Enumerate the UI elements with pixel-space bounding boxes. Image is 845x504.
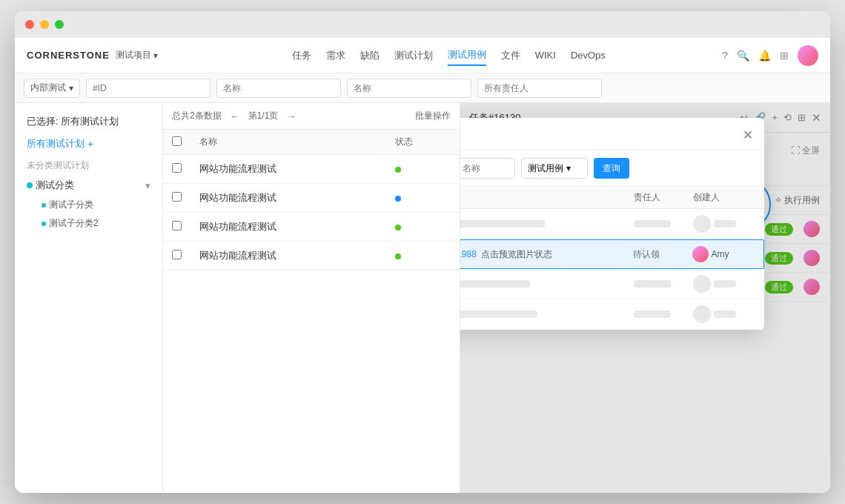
table-row[interactable]: 网站功能流程测试	[163, 213, 460, 242]
modal-overlay: 选择关联对象 ✕ 测试用例 ▾ 查询	[460, 103, 830, 493]
nav-wiki[interactable]: WIKI	[535, 47, 556, 64]
nav-test-plan[interactable]: 测试计划	[394, 46, 433, 65]
row-checkbox-3[interactable]	[172, 221, 182, 231]
nav-file[interactable]: 文件	[501, 46, 520, 65]
sidebar-category[interactable]: 测试分类 ▾	[21, 175, 156, 196]
nav-requirement[interactable]: 需求	[326, 46, 345, 65]
modal-type-select[interactable]: 测试用例 ▾	[521, 158, 588, 179]
row-name-4: 网站功能流程测试	[190, 242, 386, 271]
total-count: 总共2条数据	[172, 110, 222, 122]
modal-table-header: 名称 责任人 创建人	[460, 187, 764, 209]
sidebar-all-plans[interactable]: 所有测试计划 +	[21, 134, 156, 153]
modal-skeleton-row-4	[460, 299, 764, 330]
col-name: 名称	[190, 130, 386, 155]
status-dot-3	[395, 225, 401, 231]
help-icon[interactable]: ?	[722, 49, 728, 62]
modal-skeleton-row-1	[460, 209, 764, 239]
bulk-action-btn[interactable]: 批量操作	[415, 110, 451, 122]
table-toolbar: 总共2条数据 ← 第1/1页 → 批量操作	[163, 103, 460, 130]
page-info: 第1/1页	[248, 110, 279, 122]
row-checkbox-2[interactable]	[172, 192, 182, 202]
toolbar-actions: 批量操作	[415, 110, 451, 122]
nav-items: 任务 需求 缺陷 测试计划 测试用例 文件 WIKI DevOps	[176, 45, 722, 66]
modal-rows: 测试用例 #1988 点击预览图片状态 待认领 Amy	[460, 209, 764, 330]
modal-data-row[interactable]: 测试用例 #1988 点击预览图片状态 待认领 Amy	[460, 239, 764, 269]
modal-close-btn[interactable]: ✕	[743, 128, 752, 142]
table-area: 总共2条数据 ← 第1/1页 → 批量操作 名称 状态	[163, 103, 460, 493]
modal-dialog: 选择关联对象 ✕ 测试用例 ▾ 查询	[460, 118, 764, 330]
sub-dot-1	[42, 203, 46, 208]
modal-col-name: 名称	[460, 191, 634, 204]
modal-col-assignee: 责任人	[634, 191, 693, 204]
maximize-btn[interactable]	[55, 20, 64, 29]
table-row[interactable]: 网站功能流程测试	[163, 184, 460, 213]
right-panel: 任条#16130 ↩ 🔗 + ⟲ ⊞ ✕ 详	[460, 103, 830, 493]
type-filter[interactable]: 内部测试 ▾	[24, 79, 80, 98]
row-checkbox-4[interactable]	[172, 250, 182, 259]
search-icon[interactable]: 🔍	[737, 50, 749, 62]
modal-row-assignee: 待认领	[633, 248, 692, 261]
modal-skeleton-row-3	[460, 269, 764, 299]
sidebar-sub-2[interactable]: 测试子分类2	[21, 214, 156, 233]
modal-name-input[interactable]	[460, 158, 515, 179]
user-avatar[interactable]	[798, 45, 818, 66]
main-content: 已选择: 所有测试计划 所有测试计划 + 未分类测试计划 测试分类 ▾ 测试子分…	[15, 103, 830, 493]
category-dot	[27, 182, 33, 188]
app-body: CORNERSTONE 测试项目 ▾ 任务 需求 缺陷 测试计划 测试用例 文件…	[15, 38, 830, 493]
assignee-filter[interactable]	[477, 79, 602, 98]
table-row[interactable]: 网站功能流程测试	[163, 155, 460, 184]
project-selector[interactable]: 测试项目 ▾	[116, 49, 158, 62]
row-name-2: 网站功能流程测试	[190, 184, 386, 213]
name-filter-2[interactable]	[347, 79, 471, 98]
status-dot-4	[395, 253, 401, 259]
sub-dot-2	[42, 222, 46, 226]
select-all-checkbox[interactable]	[172, 136, 182, 146]
table-content: 名称 状态 网站功能流程测试	[163, 130, 460, 493]
name-filter-1[interactable]	[216, 79, 341, 98]
close-btn[interactable]	[25, 20, 34, 29]
title-bar	[15, 11, 830, 38]
sidebar-sub-1[interactable]: 测试子分类	[21, 196, 156, 214]
id-filter[interactable]	[86, 79, 211, 98]
status-dot-1	[395, 167, 401, 173]
creator-avatar	[692, 246, 709, 262]
col-status: 状态	[386, 130, 460, 155]
mac-window: CORNERSTONE 测试项目 ▾ 任务 需求 缺陷 测试计划 测试用例 文件…	[15, 11, 830, 493]
filter-bar: 内部测试 ▾	[15, 73, 830, 103]
sidebar-uncategorized: 未分类测试计划	[21, 153, 156, 175]
nav-devops[interactable]: DevOps	[571, 47, 606, 64]
sidebar-header: 已选择: 所有测试计划	[21, 112, 156, 134]
nav-defect[interactable]: 缺陷	[360, 46, 380, 65]
row-name-3: 网站功能流程测试	[190, 213, 386, 242]
modal-col-creator: 创建人	[693, 191, 752, 204]
top-nav: CORNERSTONE 测试项目 ▾ 任务 需求 缺陷 测试计划 测试用例 文件…	[15, 38, 830, 73]
modal-query-btn[interactable]: 查询	[594, 158, 629, 179]
modal-row-creator: Amy	[692, 246, 752, 262]
row-checkbox-1[interactable]	[172, 163, 182, 173]
brand-logo: CORNERSTONE	[27, 50, 110, 61]
row-name-1: 网站功能流程测试	[190, 155, 386, 184]
modal-row-num: #1988	[460, 249, 477, 259]
status-dot-2	[395, 196, 401, 202]
sidebar: 已选择: 所有测试计划 所有测试计划 + 未分类测试计划 测试分类 ▾ 测试子分…	[15, 103, 163, 493]
modal-row-name: 点击预览图片状态	[481, 248, 552, 261]
table-row[interactable]: 网站功能流程测试	[163, 242, 460, 271]
minimize-btn[interactable]	[40, 20, 49, 29]
nav-task[interactable]: 任务	[292, 46, 311, 65]
nav-test-case[interactable]: 测试用例	[448, 45, 486, 66]
nav-right: ? 🔍 🔔 ⊞	[722, 45, 818, 66]
modal-title: 选择关联对象 ✕	[460, 118, 764, 150]
grid-icon[interactable]: ⊞	[780, 50, 789, 62]
modal-filter: 测试用例 ▾ 查询	[460, 150, 764, 187]
bell-icon[interactable]: 🔔	[758, 50, 771, 62]
